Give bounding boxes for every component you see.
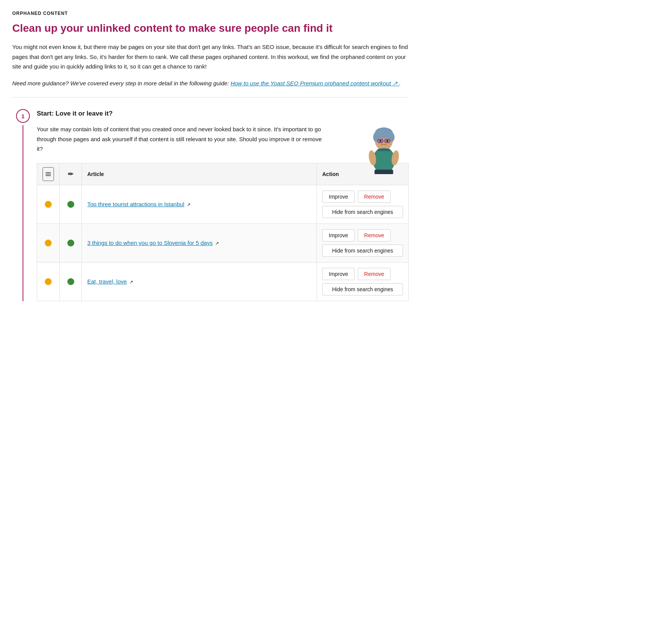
character-illustration [363, 121, 409, 175]
readability-dot [67, 201, 74, 208]
external-link-icon: ↗ [215, 241, 219, 246]
divider [12, 97, 409, 98]
svg-point-0 [373, 147, 395, 174]
article-link[interactable]: Eat, travel, love [87, 278, 127, 285]
action-cell: Improve Remove Hide from search engines [317, 262, 409, 301]
table-row: 3 things to do when you go to Slovenia f… [37, 223, 409, 262]
remove-button[interactable]: Remove [358, 268, 391, 280]
seo-score-icon [42, 167, 54, 181]
step-title: Start: Love it or leave it? [37, 108, 409, 117]
svg-point-14 [387, 140, 388, 142]
step-line-col: 1 [12, 108, 34, 301]
article-link[interactable]: Top three tourist attractions in Istanbu… [87, 201, 184, 207]
article-link[interactable]: 3 things to do when you go to Slovenia f… [87, 240, 213, 246]
hide-from-search-button[interactable]: Hide from search engines [322, 283, 403, 295]
article-cell: 3 things to do when you go to Slovenia f… [82, 223, 317, 262]
svg-point-13 [380, 140, 381, 142]
svg-point-7 [388, 132, 395, 142]
action-cell: Improve Remove Hide from search engines [317, 223, 409, 262]
readability-icon: ✒ [65, 170, 76, 179]
table-row: Eat, travel, love ↗ Improve Remove Hide … [37, 262, 409, 301]
col-header-seo [37, 163, 60, 185]
step-vertical-line [23, 125, 23, 301]
main-title: Clean up your unlinked content to make s… [12, 21, 409, 35]
table-row: Top three tourist attractions in Istanbu… [37, 185, 409, 223]
remove-button[interactable]: Remove [358, 191, 391, 203]
col-header-article: Article [82, 163, 317, 185]
step-content: Start: Love it or leave it? Your site ma… [34, 108, 409, 301]
hide-from-search-button[interactable]: Hide from search engines [322, 206, 403, 218]
col-header-readability: ✒ [60, 163, 82, 185]
readability-dot-cell [60, 185, 82, 223]
step-body: Your site may contain lots of content th… [37, 124, 409, 154]
guidance-link[interactable]: How to use the Yoast SEO Premium orphane… [230, 80, 399, 86]
readability-dot [67, 240, 74, 246]
seo-dot-cell [37, 185, 60, 223]
improve-button[interactable]: Improve [322, 191, 355, 203]
svg-rect-15 [375, 170, 393, 174]
seo-dot-cell [37, 223, 60, 262]
svg-point-6 [373, 132, 379, 142]
readability-dot-cell [60, 223, 82, 262]
improve-button[interactable]: Improve [322, 229, 355, 241]
article-cell: Top three tourist attractions in Istanbu… [82, 185, 317, 223]
external-link-icon: ↗ [129, 279, 133, 285]
intro-text: You might not even know it, but there ma… [12, 42, 409, 72]
readability-dot [67, 278, 74, 285]
seo-dot [45, 278, 52, 285]
content-table: ✒ Article Action Top thre [37, 163, 409, 301]
action-cell: Improve Remove Hide from search engines [317, 185, 409, 223]
section-label: ORPHANED CONTENT [12, 11, 409, 16]
step-description: Your site may contain lots of content th… [37, 124, 328, 154]
remove-button[interactable]: Remove [358, 229, 391, 241]
hide-from-search-button[interactable]: Hide from search engines [322, 245, 403, 257]
improve-button[interactable]: Improve [322, 268, 355, 280]
article-cell: Eat, travel, love ↗ [82, 262, 317, 301]
readability-dot-cell [60, 262, 82, 301]
step-circle: 1 [16, 109, 30, 123]
seo-dot [45, 240, 52, 246]
guidance-text: Need more guidance? We've covered every … [12, 78, 409, 88]
seo-dot-cell [37, 262, 60, 301]
external-link-icon: ↗ [187, 202, 191, 207]
step-section: 1 Start: Love it or leave it? Your site … [12, 108, 409, 301]
seo-dot [45, 201, 52, 208]
